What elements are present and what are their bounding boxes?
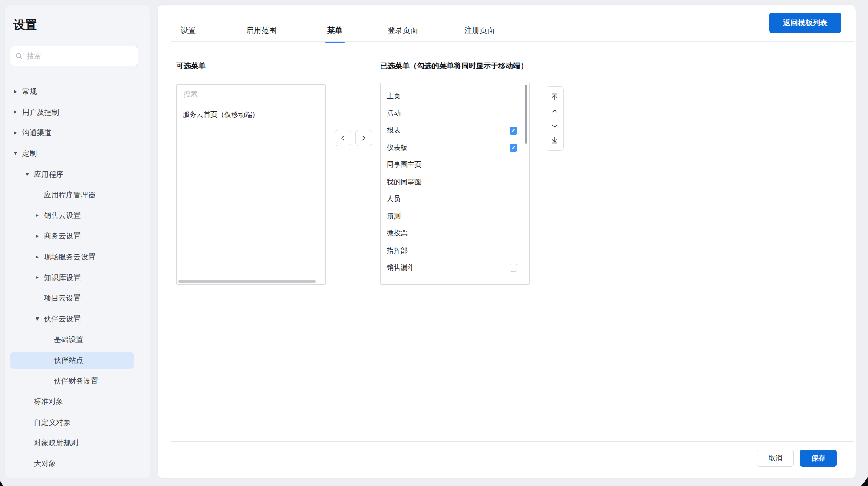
caret-right-icon[interactable]	[14, 90, 17, 93]
selected-menu-label: 已选菜单（勾选的菜单将同时显示于移动端）	[380, 61, 528, 71]
selected-menu-item[interactable]: 指挥部	[381, 242, 529, 260]
sidebar-title: 设置	[13, 17, 37, 33]
chevron-down-icon	[550, 122, 559, 130]
sidebar-search-input[interactable]	[26, 52, 133, 60]
caret-down-icon[interactable]	[26, 173, 29, 176]
move-to-top-icon	[550, 93, 559, 101]
chevron-up-icon	[550, 107, 559, 116]
tab-5[interactable]: 注册页面	[464, 25, 495, 36]
mobile-display-checkbox-checked[interactable]	[510, 144, 517, 152]
tabs-divider	[171, 41, 854, 42]
sidebar-item-label: 基础设置	[54, 334, 83, 344]
selected-menu-item[interactable]: 我的同事圈	[381, 174, 529, 191]
sidebar-item[interactable]: 用户及控制	[5, 102, 150, 123]
sidebar-item-label: 项目云设置	[44, 293, 81, 303]
sidebar-item-label: 应用程序管理器	[44, 190, 95, 200]
available-menu-item[interactable]: 服务云首页（仅移动端）	[177, 104, 326, 126]
sidebar-item[interactable]: 应用程序管理器	[5, 185, 150, 205]
cancel-button[interactable]: 取消	[757, 450, 794, 467]
screen-corner-artifact	[0, 480, 3, 486]
sidebar-item[interactable]: 应用程序	[5, 164, 150, 185]
sidebar-search-box[interactable]	[10, 46, 138, 66]
sidebar-item-label: 伙伴站点	[54, 355, 83, 365]
settings-sidebar: 设置 常规用户及控制沟通渠道定制应用程序应用程序管理器销售云设置商务云设置现场服…	[4, 4, 150, 479]
caret-down-icon[interactable]	[14, 152, 17, 155]
selected-menu-item[interactable]: 人员	[381, 191, 529, 208]
move-to-bottom-icon	[550, 136, 559, 145]
sidebar-item-label: 销售云设置	[44, 211, 81, 221]
horizontal-scrollbar[interactable]	[178, 280, 316, 283]
sidebar-item-label: 沟通渠道	[22, 128, 52, 138]
tab-4[interactable]: 登录页面	[388, 25, 418, 36]
sidebar-item[interactable]: 现场服务云设置	[5, 247, 150, 268]
sidebar-item-label: 大对象	[34, 459, 56, 469]
sidebar-item[interactable]: 项目云设置	[5, 288, 150, 309]
sidebar-item[interactable]: 销售云设置	[5, 205, 150, 226]
sidebar-item-label: 知识库设置	[44, 273, 81, 283]
vertical-scrollbar[interactable]	[525, 85, 527, 144]
tab-1[interactable]: 设置	[181, 25, 196, 36]
caret-down-icon[interactable]	[36, 317, 39, 321]
sidebar-item[interactable]: 对象映射规则	[5, 433, 150, 453]
back-to-template-list-button[interactable]: 返回模板列表	[769, 13, 841, 33]
sidebar-item[interactable]: 伙伴财务设置	[5, 370, 150, 391]
mobile-display-checkbox-checked[interactable]	[510, 127, 517, 135]
sidebar-nav: 常规用户及控制沟通渠道定制应用程序应用程序管理器销售云设置商务云设置现场服务云设…	[5, 81, 150, 474]
sidebar-item-label: 伙伴财务设置	[54, 376, 98, 386]
sidebar-item[interactable]: 定制	[5, 143, 150, 164]
sidebar-item[interactable]: 知识库设置	[5, 267, 150, 288]
selected-menu-item-label: 微投票	[387, 229, 408, 238]
caret-right-icon[interactable]	[36, 255, 39, 259]
sidebar-item[interactable]: 标准对象	[5, 391, 150, 412]
move-left-button[interactable]	[335, 130, 351, 146]
sidebar-item-label: 对象映射规则	[34, 438, 78, 448]
selected-menu-item[interactable]: 微投票	[381, 225, 529, 242]
sidebar-item[interactable]: 伙伴云设置	[5, 309, 150, 330]
caret-right-icon[interactable]	[36, 235, 39, 238]
sidebar-item-label: 用户及控制	[22, 107, 59, 117]
selected-menu-item-label: 仪表板	[387, 143, 408, 152]
settings-page: 设置 常规用户及控制沟通渠道定制应用程序应用程序管理器销售云设置商务云设置现场服…	[0, 0, 868, 486]
move-up-button[interactable]	[550, 106, 559, 116]
selected-menu-item[interactable]: 销售漏斗	[381, 259, 529, 277]
search-icon	[16, 53, 23, 60]
available-search-box[interactable]	[177, 85, 326, 104]
selected-menu-item[interactable]: 报表	[381, 122, 529, 139]
selected-menu-item[interactable]: 仪表板	[381, 139, 529, 157]
selected-menu-item[interactable]: 活动	[381, 105, 529, 122]
sidebar-item[interactable]: 伙伴站点	[5, 350, 150, 371]
chevron-right-icon	[360, 135, 367, 142]
move-down-button[interactable]	[550, 121, 559, 131]
selected-menu-item[interactable]: 同事圈主页	[381, 156, 529, 174]
move-to-bottom-button[interactable]	[550, 136, 559, 145]
selected-menu-item-label: 指挥部	[387, 246, 408, 255]
sidebar-item[interactable]: 沟通渠道	[5, 122, 150, 143]
selected-menu-item[interactable]: 预测	[381, 208, 529, 225]
caret-right-icon[interactable]	[36, 214, 39, 217]
main-panel: 设置启用范围菜单登录页面注册页面 返回模板列表 可选菜单 已选菜单（勾选的菜单将…	[157, 4, 856, 479]
sidebar-item[interactable]: 常规	[5, 81, 150, 102]
tab-3[interactable]: 菜单	[327, 25, 342, 36]
tab-bar: 设置启用范围菜单登录页面注册页面	[181, 24, 495, 37]
available-search-input[interactable]	[183, 90, 319, 99]
selected-menu-item-label: 我的同事圈	[387, 178, 421, 187]
tab-2[interactable]: 启用范围	[246, 25, 276, 36]
save-button[interactable]: 保存	[800, 450, 837, 467]
caret-right-icon[interactable]	[36, 276, 39, 279]
mouse-cursor	[861, 476, 868, 486]
sidebar-item-label: 伙伴云设置	[44, 314, 81, 324]
sidebar-item[interactable]: 商务云设置	[5, 226, 150, 247]
sidebar-item[interactable]: 自定义对象	[5, 412, 150, 433]
sidebar-item-label: 自定义对象	[34, 417, 71, 427]
caret-right-icon[interactable]	[14, 110, 17, 114]
caret-right-icon[interactable]	[14, 131, 17, 135]
chevron-left-icon	[339, 135, 346, 142]
selected-menu-item[interactable]: 应用程序启动器	[381, 281, 529, 285]
available-menu-list: 服务云首页（仅移动端）	[176, 84, 326, 285]
move-right-button[interactable]	[355, 130, 372, 146]
mobile-display-checkbox-unchecked[interactable]	[510, 264, 517, 272]
move-to-top-button[interactable]	[550, 92, 559, 102]
sidebar-item[interactable]: 基础设置	[5, 329, 150, 350]
sidebar-item[interactable]: 大对象	[5, 453, 150, 474]
selected-menu-item[interactable]: 主页	[381, 88, 529, 105]
